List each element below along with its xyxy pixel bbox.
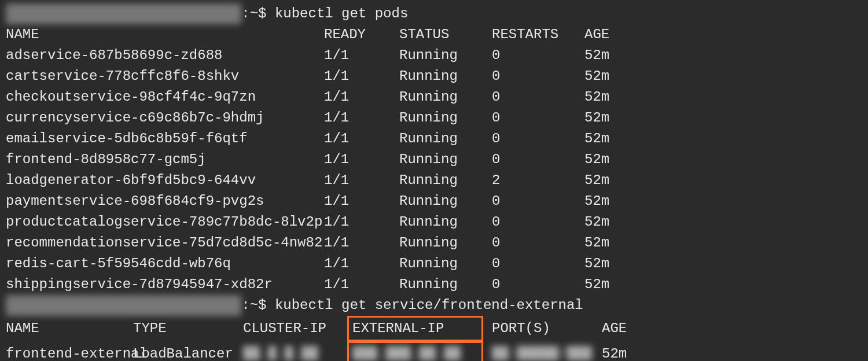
- col-name: NAME: [6, 318, 133, 339]
- pods-status: Running: [399, 253, 492, 274]
- prompt-user-host: ████████████████████████████: [6, 295, 241, 316]
- pods-restarts: 0: [492, 233, 584, 253]
- col-type: TYPE: [133, 318, 243, 339]
- pods-name: emailservice-5db6c8b59f-f6qtf: [6, 128, 324, 149]
- pods-row: checkoutservice-98cf4f4c-9q7zn1/1Running…: [6, 87, 862, 108]
- col-age: AGE: [584, 24, 862, 45]
- prompt-path: :~$: [241, 3, 275, 24]
- svc-header-row: NAME TYPE CLUSTER-IP EXTERNAL-IP PORT(S)…: [6, 316, 862, 341]
- prompt-user-host: ████████████████████████████: [6, 3, 241, 24]
- pods-ready: 1/1: [324, 191, 399, 212]
- pods-row: shippingservice-7d87945947-xd82r1/1Runni…: [6, 274, 862, 295]
- pods-row: loadgenerator-6bf9fd5bc9-644vv1/1Running…: [6, 170, 862, 191]
- pods-name: currencyservice-c69c86b7c-9hdmj: [6, 108, 324, 128]
- pods-name: adservice-687b58699c-zd688: [6, 45, 324, 66]
- pods-age: 52m: [584, 108, 862, 128]
- svc-name: frontend-external: [6, 344, 133, 361]
- pods-restarts: 2: [492, 170, 584, 191]
- pods-ready: 1/1: [324, 212, 399, 233]
- pods-restarts: 0: [492, 108, 584, 128]
- col-ready: READY: [324, 24, 399, 45]
- pods-status: Running: [399, 233, 492, 253]
- pods-ready: 1/1: [324, 274, 399, 295]
- pods-header-row: NAME READY STATUS RESTARTS AGE: [6, 24, 862, 45]
- prompt-line-1: ████████████████████████████ :~$ kubectl…: [6, 3, 862, 24]
- pods-ready: 1/1: [324, 108, 399, 128]
- pods-status: Running: [399, 191, 492, 212]
- pods-row: cartservice-778cffc8f6-8shkv1/1Running05…: [6, 66, 862, 87]
- pods-ready: 1/1: [324, 66, 399, 87]
- pods-ready: 1/1: [324, 233, 399, 253]
- pods-name: loadgenerator-6bf9fd5bc9-644vv: [6, 170, 324, 191]
- pods-row: recommendationservice-75d7cd8d5c-4nw821/…: [6, 233, 862, 253]
- col-externalip-highlight: EXTERNAL-IP: [347, 316, 483, 341]
- pods-age: 52m: [584, 45, 862, 66]
- pods-row: frontend-8d8958c77-gcm5j1/1Running052m: [6, 149, 862, 170]
- pods-restarts: 0: [492, 149, 584, 170]
- svc-type: LoadBalancer: [133, 344, 243, 361]
- pods-row: paymentservice-698f684cf9-pvg2s1/1Runnin…: [6, 191, 862, 212]
- pods-ready: 1/1: [324, 87, 399, 108]
- svc-externalip: ███.███.██.██: [352, 346, 461, 361]
- pods-restarts: 0: [492, 253, 584, 274]
- command-input[interactable]: kubectl get service/frontend-external: [275, 295, 583, 316]
- svc-ports: ██:█████/███: [492, 344, 602, 361]
- pods-age: 52m: [584, 87, 862, 108]
- pods-age: 52m: [584, 274, 862, 295]
- pods-restarts: 0: [492, 87, 584, 108]
- pods-status: Running: [399, 128, 492, 149]
- pods-status: Running: [399, 212, 492, 233]
- pods-name: productcatalogservice-789c77b8dc-8lv2p: [6, 212, 324, 233]
- command-input[interactable]: kubectl get pods: [275, 3, 408, 24]
- pods-restarts: 0: [492, 274, 584, 295]
- col-restarts: RESTARTS: [492, 24, 584, 45]
- pods-age: 52m: [584, 170, 862, 191]
- pods-name: cartservice-778cffc8f6-8shkv: [6, 66, 324, 87]
- pods-ready: 1/1: [324, 45, 399, 66]
- pods-age: 52m: [584, 128, 862, 149]
- pods-name: frontend-8d8958c77-gcm5j: [6, 149, 324, 170]
- pods-status: Running: [399, 108, 492, 128]
- pods-ready: 1/1: [324, 149, 399, 170]
- prompt-line-2: ████████████████████████████ :~$ kubectl…: [6, 295, 862, 316]
- pods-name: redis-cart-5f59546cdd-wb76q: [6, 253, 324, 274]
- pods-status: Running: [399, 149, 492, 170]
- pods-ready: 1/1: [324, 170, 399, 191]
- pods-name: checkoutservice-98cf4f4c-9q7zn: [6, 87, 324, 108]
- col-clusterip: CLUSTER-IP: [243, 318, 347, 339]
- pods-row: emailservice-5db6c8b59f-f6qtf1/1Running0…: [6, 128, 862, 149]
- svc-data-row: frontend-external LoadBalancer ██.█.█.██…: [6, 341, 862, 361]
- col-name: NAME: [6, 24, 324, 45]
- pods-status: Running: [399, 170, 492, 191]
- pods-age: 52m: [584, 253, 862, 274]
- pods-restarts: 0: [492, 128, 584, 149]
- pods-status: Running: [399, 87, 492, 108]
- pods-ready: 1/1: [324, 128, 399, 149]
- pods-row: currencyservice-c69c86b7c-9hdmj1/1Runnin…: [6, 108, 862, 128]
- pods-status: Running: [399, 274, 492, 295]
- svc-clusterip: ██.█.█.██: [243, 344, 347, 361]
- pods-age: 52m: [584, 66, 862, 87]
- pods-row: adservice-687b58699c-zd6881/1Running052m: [6, 45, 862, 66]
- pods-age: 52m: [584, 191, 862, 212]
- pods-status: Running: [399, 45, 492, 66]
- pods-name: shippingservice-7d87945947-xd82r: [6, 274, 324, 295]
- svc-externalip-highlight: ███.███.██.██: [347, 341, 483, 361]
- pods-restarts: 0: [492, 45, 584, 66]
- pods-restarts: 0: [492, 191, 584, 212]
- pods-body: adservice-687b58699c-zd6881/1Running052m…: [6, 45, 862, 295]
- pods-name: paymentservice-698f684cf9-pvg2s: [6, 191, 324, 212]
- pods-ready: 1/1: [324, 253, 399, 274]
- pods-name: recommendationservice-75d7cd8d5c-4nw82: [6, 233, 324, 253]
- col-ports: PORT(S): [492, 318, 602, 339]
- pods-status: Running: [399, 66, 492, 87]
- prompt-path: :~$: [241, 295, 275, 316]
- terminal-window[interactable]: ████████████████████████████ :~$ kubectl…: [0, 0, 868, 361]
- pods-age: 52m: [584, 149, 862, 170]
- pods-restarts: 0: [492, 212, 584, 233]
- pods-row: redis-cart-5f59546cdd-wb76q1/1Running052…: [6, 253, 862, 274]
- svc-age: 52m: [602, 344, 862, 361]
- col-status: STATUS: [399, 24, 492, 45]
- pods-age: 52m: [584, 233, 862, 253]
- pods-age: 52m: [584, 212, 862, 233]
